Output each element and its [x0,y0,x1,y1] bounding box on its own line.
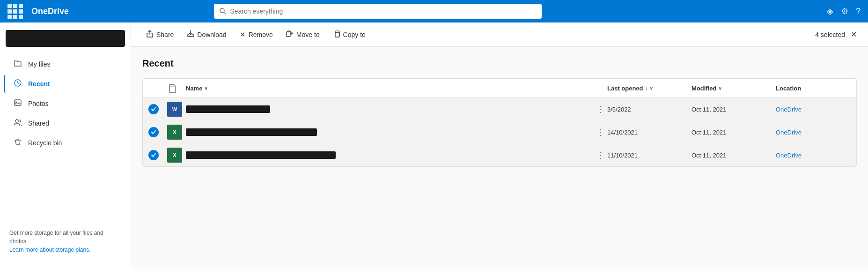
location-cell[interactable]: OneDrive [776,106,851,113]
selected-count-text: 4 selected [815,31,845,38]
settings-icon[interactable]: ⚙ [841,6,848,16]
col-last-opened-label: Last opened [607,85,643,92]
modified-cell: Oct 11, 2021 [691,106,776,113]
user-avatar [6,30,125,47]
file-name-cell: ⋮ [186,103,607,115]
file-more-button[interactable]: ⋮ [593,149,607,161]
file-name-cell: ⋮ [186,149,607,161]
svg-rect-10 [287,32,290,37]
copy-to-label: Copy to [343,31,366,38]
main-content: Share Download ✕ Remove [131,22,868,269]
modified-cell: Oct 11, 2021 [691,152,776,159]
svg-rect-3 [15,100,21,105]
sidebar-item-photos[interactable]: Photos [4,95,127,112]
remove-icon: ✕ [240,30,246,39]
content-area: Recent Name ∨ La [131,47,868,269]
file-name-cell: ⋮ [186,126,607,138]
svg-point-6 [19,120,21,122]
col-modified-sort-icon: ∨ [718,85,722,91]
file-name-redacted [186,128,317,136]
col-name[interactable]: Name ∨ [186,85,607,92]
sidebar-item-recycle-bin[interactable]: Recycle bin [4,134,127,152]
download-label: Download [197,31,226,38]
selected-count: 4 selected ✕ [815,28,859,41]
last-opened-cell: 11/10/2021 [607,152,691,159]
col-last-opened-toggle-icon: ∨ [649,85,653,91]
copy-icon [333,30,340,39]
svg-line-1 [224,12,226,14]
sidebar-item-my-files-label: My files [28,60,50,68]
share-icon [146,30,154,39]
download-icon [187,30,194,39]
sidebar: My files Recent Photos [0,22,131,269]
row-checkbox-3[interactable] [148,150,167,160]
file-type-header-icon [167,82,178,94]
col-name-sort-icon: ∨ [204,85,208,91]
svg-point-5 [15,120,18,122]
location-cell[interactable]: OneDrive [776,152,851,159]
table-header: Name ∨ Last opened ↓ ∨ Modified ∨ Locati… [143,79,856,98]
help-icon[interactable]: ? [856,7,861,16]
table-row[interactable]: X ⋮ 11/10/2021 Oct 11, 2021 OneDrive [143,144,856,166]
col-last-opened-down-icon: ↓ [645,85,648,91]
file-name-redacted [186,151,336,159]
copy-to-button[interactable]: Copy to [327,27,371,42]
move-to-button[interactable]: Move to [280,27,325,42]
storage-message: Get more storage for all your files and … [9,230,103,245]
location-cell[interactable]: OneDrive [776,129,851,136]
section-title: Recent [142,58,857,69]
file-table: Name ∨ Last opened ↓ ∨ Modified ∨ Locati… [142,78,857,167]
app-grid-button[interactable] [7,4,23,19]
move-icon [286,30,294,39]
col-modified-label: Modified [691,85,716,92]
col-location: Location [776,85,851,92]
row-checkbox-1[interactable] [148,104,167,114]
download-button[interactable]: Download [181,27,232,42]
app-logo: OneDrive [31,7,69,16]
share-label: Share [156,31,174,38]
row-checkbox-2[interactable] [148,127,167,137]
people-icon [13,118,22,128]
svg-point-4 [16,101,17,103]
col-name-label: Name [186,85,202,92]
close-selection-button[interactable]: ✕ [849,28,859,41]
word-file-icon: W [167,102,182,117]
excel-file-icon-2: X [167,148,182,163]
share-button[interactable]: Share [140,27,179,42]
table-row[interactable]: W ⋮ 3/5/2022 Oct 11, 2021 OneDrive [143,98,856,121]
action-bar: Share Download ✕ Remove [131,22,868,47]
search-bar [214,4,542,19]
col-location-label: Location [776,85,801,92]
modified-cell: Oct 11, 2021 [691,129,776,136]
top-nav-right: ◈ ⚙ ? [827,6,861,16]
excel-file-icon-1: X [167,125,182,140]
remove-button[interactable]: ✕ Remove [234,28,279,42]
clock-icon [13,79,22,89]
photo-icon [13,98,22,109]
table-row[interactable]: X ⋮ 14/10/2021 Oct 11, 2021 OneDrive [143,121,856,144]
sidebar-footer: Get more storage for all your files and … [0,221,131,262]
recycle-icon [13,138,22,148]
last-opened-cell: 3/5/2022 [607,106,691,113]
storage-link[interactable]: Learn more about storage plans. [9,247,90,253]
search-input[interactable] [230,7,536,15]
file-name-redacted [186,105,270,113]
sidebar-item-shared[interactable]: Shared [4,114,127,132]
sidebar-item-recycle-bin-label: Recycle bin [28,139,62,147]
col-last-opened[interactable]: Last opened ↓ ∨ [607,85,691,92]
sidebar-item-recent[interactable]: Recent [4,75,127,93]
sidebar-item-my-files[interactable]: My files [4,55,127,73]
folder-icon [13,59,22,69]
sidebar-item-photos-label: Photos [28,100,49,107]
move-to-label: Move to [296,31,320,38]
premium-icon[interactable]: ◈ [827,6,833,16]
file-more-button[interactable]: ⋮ [593,103,607,115]
remove-label: Remove [249,31,273,38]
col-modified[interactable]: Modified ∨ [691,85,776,92]
top-nav: OneDrive ◈ ⚙ ? [0,0,868,22]
sidebar-item-recent-label: Recent [28,80,50,88]
file-more-button[interactable]: ⋮ [593,126,607,138]
last-opened-cell: 14/10/2021 [607,129,691,136]
search-icon [220,8,226,15]
sidebar-item-shared-label: Shared [28,120,49,127]
